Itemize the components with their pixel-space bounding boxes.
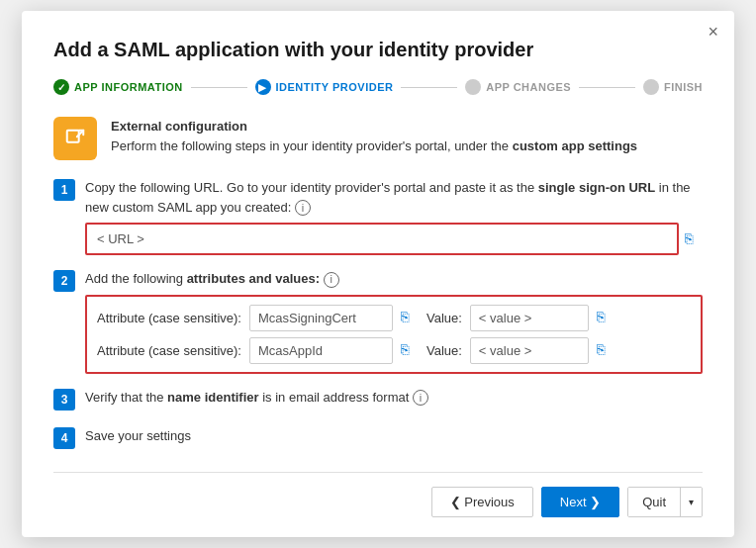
- step-number-4: 4: [53, 427, 75, 449]
- step-item-4: 4 Save your settings: [53, 426, 703, 452]
- step-1-desc: Copy the following URL. Go to your ident…: [85, 178, 703, 217]
- quit-dropdown-arrow[interactable]: ▾: [680, 488, 702, 516]
- next-button[interactable]: Next ❯: [541, 487, 619, 517]
- value-label-1: Value:: [426, 311, 462, 325]
- external-config-text: External configuration Perform the follo…: [111, 117, 637, 155]
- step-item-2: 2 Add the following attributes and value…: [53, 269, 703, 374]
- step-label-app-changes: APP CHANGES: [486, 81, 571, 93]
- step-4-desc: Save your settings: [85, 426, 703, 446]
- step-app-info: ✓ APP INFORMATION: [53, 79, 183, 95]
- saml-dialog: × Add a SAML application with your ident…: [22, 11, 734, 537]
- step-line-2: [401, 87, 457, 88]
- step-icon-app-changes: [465, 79, 481, 95]
- copy-value-1-icon[interactable]: ⎘: [597, 309, 614, 326]
- step-2-desc: Add the following attributes and values:…: [85, 269, 703, 289]
- external-config-title: External configuration: [111, 117, 637, 137]
- step-line-1: [191, 87, 247, 88]
- step-line-3: [579, 87, 635, 88]
- attr-value-field-1[interactable]: [470, 305, 589, 331]
- step-number-2: 2: [53, 270, 75, 292]
- attr-label-2: Attribute (case sensitive):: [97, 343, 241, 358]
- attr-label-1: Attribute (case sensitive):: [97, 311, 241, 325]
- external-config-desc: Perform the following steps in your iden…: [111, 137, 637, 156]
- attr-field-2[interactable]: [249, 337, 393, 364]
- step-1-info-icon[interactable]: i: [295, 200, 311, 216]
- copy-attr-2-icon[interactable]: ⎘: [401, 341, 419, 359]
- step-icon-finish: [643, 79, 659, 95]
- step-3-info-icon[interactable]: i: [413, 390, 428, 406]
- step-finish: FINISH: [643, 79, 703, 95]
- external-config-icon: [53, 117, 97, 160]
- progress-bar: ✓ APP INFORMATION ▶ IDENTITY PROVIDER AP…: [53, 79, 703, 95]
- step-label-finish: FINISH: [664, 81, 703, 93]
- copy-value-2-icon[interactable]: ⎘: [597, 341, 614, 359]
- step-item-1: 1 Copy the following URL. Go to your ide…: [53, 178, 703, 255]
- close-button[interactable]: ×: [708, 23, 718, 41]
- value-label-2: Value:: [426, 343, 462, 358]
- step-content-4: Save your settings: [85, 426, 703, 452]
- attributes-group: Attribute (case sensitive): ⎘ Value: ⎘ A…: [85, 295, 703, 374]
- url-row: ⎘: [85, 223, 703, 255]
- step-label-identity-provider: IDENTITY PROVIDER: [276, 81, 394, 93]
- step-app-changes: APP CHANGES: [465, 79, 571, 95]
- attr-field-1[interactable]: [249, 305, 393, 331]
- steps-list: 1 Copy the following URL. Go to your ide…: [53, 178, 703, 452]
- previous-button[interactable]: ❮ Previous: [431, 487, 533, 517]
- step-content-1: Copy the following URL. Go to your ident…: [85, 178, 703, 255]
- step-icon-identity-provider: ▶: [255, 79, 271, 95]
- quit-split-button: Quit ▾: [627, 487, 703, 517]
- dialog-title: Add a SAML application with your identit…: [53, 39, 703, 61]
- copy-url-icon[interactable]: ⎘: [685, 230, 703, 248]
- step-3-desc: Verify that the name identifier is in em…: [85, 388, 703, 408]
- url-field[interactable]: [85, 223, 679, 255]
- external-link-icon: [64, 128, 86, 149]
- step-icon-app-info: ✓: [53, 79, 69, 95]
- step-content-2: Add the following attributes and values:…: [85, 269, 703, 374]
- step-identity-provider: ▶ IDENTITY PROVIDER: [255, 79, 394, 95]
- step-item-3: 3 Verify that the name identifier is in …: [53, 388, 703, 413]
- attr-value-field-2[interactable]: [470, 337, 589, 364]
- attr-row-1: Attribute (case sensitive): ⎘ Value: ⎘: [97, 305, 691, 331]
- step-content-3: Verify that the name identifier is in em…: [85, 388, 703, 413]
- copy-attr-1-icon[interactable]: ⎘: [401, 309, 419, 326]
- footer: ❮ Previous Next ❯ Quit ▾: [53, 472, 703, 517]
- step-number-3: 3: [53, 389, 75, 411]
- step-2-info-icon[interactable]: i: [324, 272, 339, 288]
- external-config-section: External configuration Perform the follo…: [53, 117, 703, 160]
- quit-button[interactable]: Quit: [628, 488, 680, 516]
- step-number-1: 1: [53, 179, 75, 201]
- attr-row-2: Attribute (case sensitive): ⎘ Value: ⎘: [97, 337, 691, 364]
- step-label-app-info: APP INFORMATION: [74, 81, 183, 93]
